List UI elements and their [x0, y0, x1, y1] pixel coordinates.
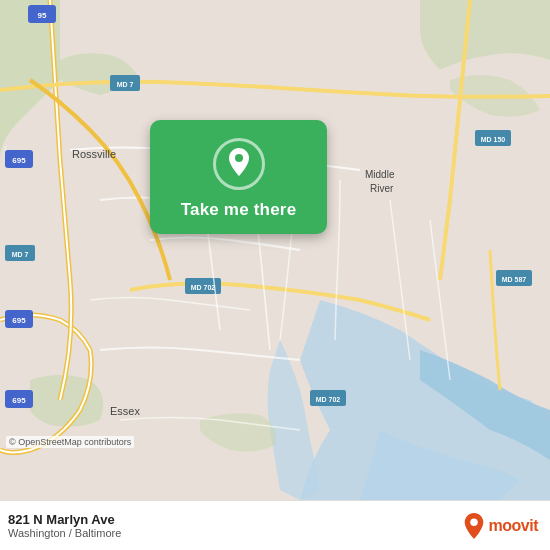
cta-card[interactable]: Take me there [150, 120, 327, 234]
svg-text:MD 7: MD 7 [12, 251, 29, 258]
cta-button-label: Take me there [181, 200, 297, 220]
footer-address-block: 821 N Marlyn Ave Washington / Baltimore [8, 512, 121, 539]
svg-text:Middle: Middle [365, 169, 395, 180]
svg-text:MD 702: MD 702 [316, 396, 341, 403]
map-background: 695 I 695 695 95 MD 7 MD 7 MD 702 MD 702… [0, 0, 550, 500]
address-text: 821 N Marlyn Ave [8, 512, 121, 527]
svg-text:695: 695 [12, 156, 26, 165]
city-text: Washington / Baltimore [8, 527, 121, 539]
osm-credit: © OpenStreetMap contributors [6, 436, 134, 448]
svg-text:MD 702: MD 702 [191, 284, 216, 291]
moovit-logo: moovit [463, 513, 538, 539]
svg-text:695: 695 [12, 316, 26, 325]
svg-text:River: River [370, 183, 394, 194]
svg-point-28 [470, 518, 477, 525]
pin-icon-wrap [213, 138, 265, 190]
location-pin-icon [225, 148, 253, 180]
svg-text:95: 95 [38, 11, 47, 20]
svg-text:MD 150: MD 150 [481, 136, 506, 143]
svg-text:Rossville: Rossville [72, 148, 116, 160]
svg-text:Essex: Essex [110, 405, 140, 417]
map-container: 695 I 695 695 95 MD 7 MD 7 MD 702 MD 702… [0, 0, 550, 500]
moovit-pin-icon [463, 513, 485, 539]
footer: 821 N Marlyn Ave Washington / Baltimore … [0, 500, 550, 550]
svg-point-27 [235, 154, 243, 162]
svg-text:MD 7: MD 7 [117, 81, 134, 88]
svg-text:695: 695 [12, 396, 26, 405]
moovit-brand-text: moovit [489, 517, 538, 535]
svg-text:MD 587: MD 587 [502, 276, 527, 283]
